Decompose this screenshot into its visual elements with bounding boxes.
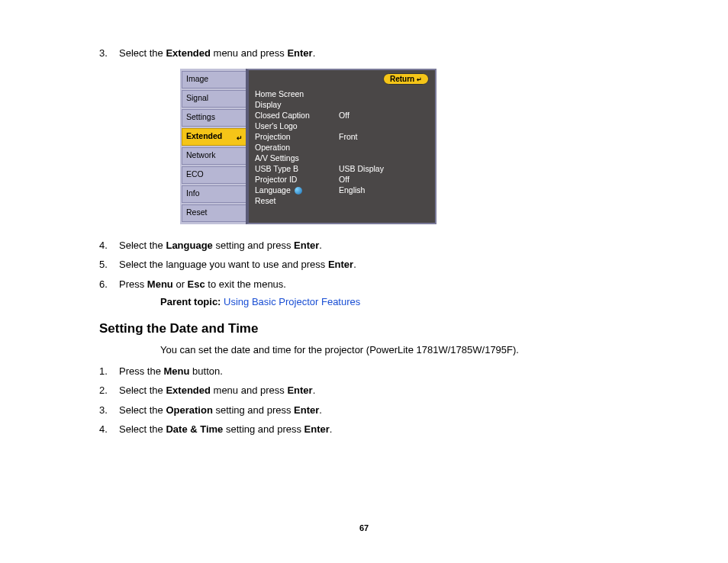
bold-term: Enter [304,423,330,435]
menu-row[interactable]: Language English [255,185,429,195]
menu-row[interactable]: Reset [255,195,429,206]
menu-row-value: USB Display [339,163,429,174]
bold-term: Operation [166,404,212,416]
step-number: 6. [99,277,119,292]
menu-row-value: Front [339,131,429,142]
menu-rows: Home ScreenDisplayClosed CaptionOffUser'… [255,88,429,206]
menu-tab-extended[interactable]: Extended↵ [182,128,246,146]
menu-row[interactable]: Display [255,99,429,110]
bold-term: Date & Time [166,423,223,435]
menu-tab-reset[interactable]: Reset [182,204,246,222]
bold-term: Enter [287,384,312,396]
menu-row-value [339,195,429,206]
menu-row[interactable]: Home Screen [255,88,429,99]
menu-row-label: Home Screen [255,88,339,99]
step-text: Press the Menu button. [119,364,644,379]
section-step-item: 4.Select the Date & Time setting and pre… [99,422,644,437]
menu-row-value [339,142,429,153]
parent-topic-link[interactable]: Using Basic Projector Features [224,296,360,307]
top-step-item: 3.Select the Extended menu and press Ent… [99,46,644,61]
menu-tab-settings[interactable]: Settings [182,109,246,127]
section-step-item: 2.Select the Extended menu and press Ent… [99,383,644,398]
bold-term: Esc [188,278,205,290]
step-text: Select the Language setting and press En… [119,238,644,253]
menu-row-value: Off [339,174,429,185]
bold-term: Language [166,240,212,251]
top-steps-list: 3.Select the Extended menu and press Ent… [99,46,644,61]
return-button[interactable]: Return ↵ [383,73,429,85]
menu-tab-network[interactable]: Network [182,147,246,165]
step-number: 4. [99,422,119,437]
page-content: 3.Select the Extended menu and press Ent… [0,0,728,472]
menu-row-label: Operation [255,142,339,153]
section-step-item: 3.Select the Operation setting and press… [99,403,644,418]
menu-row[interactable]: ProjectionFront [255,131,429,142]
step-text: Select the Extended menu and press Enter… [119,46,644,61]
menu-row-label: A/V Settings [255,153,339,163]
menu-row-label: User's Logo [255,121,339,131]
step-text: Select the Operation setting and press E… [119,403,644,418]
parent-topic: Parent topic: Using Basic Projector Feat… [160,296,644,307]
step-text: Press Menu or Esc to exit the menus. [119,277,644,292]
menu-row-label: Projector ID [255,174,339,185]
menu-panel: Return ↵ Home ScreenDisplayClosed Captio… [246,69,436,224]
step-text: Select the Date & Time setting and press… [119,422,644,437]
bold-term: Extended [166,47,211,59]
menu-row-label: Closed Caption [255,110,339,121]
menu-row-value: Off [339,110,429,121]
step-text: Select the language you want to use and … [119,257,644,272]
step-text: Select the Extended menu and press Enter… [119,383,644,398]
step-number: 3. [99,403,119,418]
menu-row[interactable]: Projector IDOff [255,174,429,185]
bold-term: Enter [294,404,319,416]
section-steps-list: 1.Press the Menu button.2.Select the Ext… [99,364,644,437]
menu-row[interactable]: USB Type BUSB Display [255,163,429,174]
menu-tab-image[interactable]: Image [182,71,246,88]
menu-tab-signal[interactable]: Signal [182,90,246,108]
page-number: 67 [0,523,728,532]
bold-term: Enter [287,47,312,59]
bold-term: Menu [147,278,173,290]
menu-row-value: English [339,185,429,195]
enter-icon: ↵ [237,131,243,146]
bold-term: Extended [166,384,211,396]
enter-icon: ↵ [417,76,422,83]
section-heading: Setting the Date and Time [99,321,644,336]
menu-tabs-column: ImageSignalSettingsExtended↵NetworkECOIn… [180,69,246,224]
menu-row-label: Display [255,99,339,110]
menu-row-value [339,153,429,163]
return-label: Return [390,75,414,83]
menu-row-label: Reset [255,195,339,206]
menu-row-label: Language [255,185,339,195]
menu-tab-info[interactable]: Info [182,185,246,203]
menu-row-value [339,88,429,99]
menu-row[interactable]: Operation [255,142,429,153]
bold-term: Enter [328,259,353,270]
step-number: 4. [99,238,119,253]
section-intro: You can set the date and time for the pr… [160,343,644,358]
menu-tab-eco[interactable]: ECO [182,166,246,184]
menu-row[interactable]: Closed CaptionOff [255,110,429,121]
mid-step-item: 4.Select the Language setting and press … [99,238,644,253]
menu-row-label: Projection [255,131,339,142]
section-step-item: 1.Press the Menu button. [99,364,644,379]
menu-row[interactable]: User's Logo [255,121,429,131]
menu-row-value [339,99,429,110]
mid-step-item: 6.Press Menu or Esc to exit the menus. [99,277,644,292]
step-number: 2. [99,383,119,398]
globe-icon [295,187,302,195]
step-number: 5. [99,257,119,272]
menu-row-value [339,121,429,131]
menu-row-label: USB Type B [255,163,339,174]
step-number: 1. [99,364,119,379]
step-number: 3. [99,46,119,61]
menu-row[interactable]: A/V Settings [255,153,429,163]
parent-topic-label: Parent topic: [160,296,221,307]
projector-menu-figure: ImageSignalSettingsExtended↵NetworkECOIn… [180,69,436,224]
mid-step-item: 5.Select the language you want to use an… [99,257,644,272]
bold-term: Enter [294,240,319,251]
mid-steps-list: 4.Select the Language setting and press … [99,238,644,292]
bold-term: Menu [164,365,190,377]
